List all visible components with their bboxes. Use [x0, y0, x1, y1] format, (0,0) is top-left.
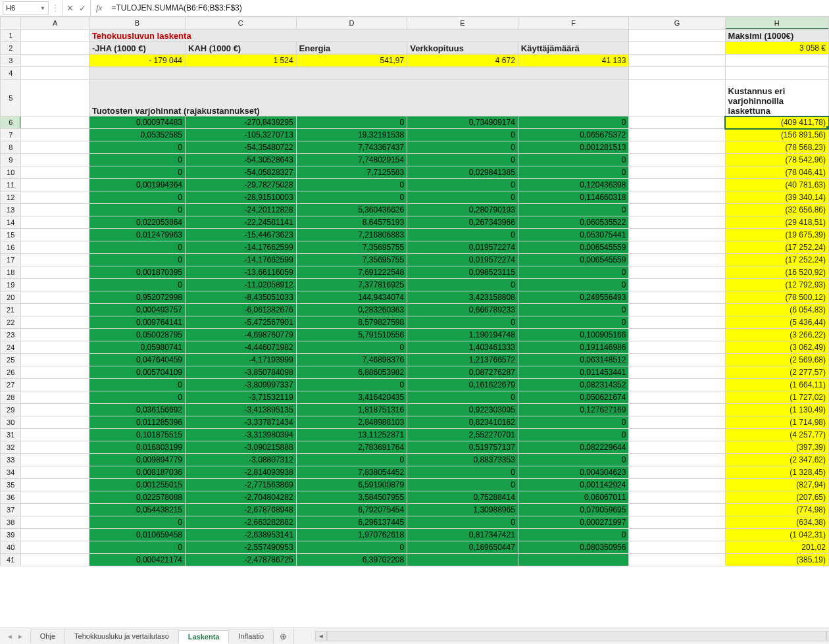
cell[interactable]: 0 [89, 379, 185, 391]
cell[interactable] [21, 529, 89, 541]
cell[interactable]: 0 [89, 141, 185, 154]
cell[interactable]: 7,35695755 [296, 241, 407, 254]
cell[interactable]: 7,691222548 [296, 266, 407, 279]
cell[interactable]: 7,377816925 [296, 279, 407, 291]
cell[interactable]: (156 891,56) [725, 129, 828, 141]
cell[interactable] [21, 67, 89, 80]
cell[interactable]: (17 252,24) [725, 241, 828, 254]
cell[interactable] [21, 454, 89, 466]
cell[interactable]: -11,02058912 [186, 279, 297, 291]
cell[interactable]: -2,678768948 [186, 504, 297, 516]
cell[interactable]: 0,053075441 [518, 229, 629, 241]
cell[interactable]: (409 411,78) [725, 116, 828, 129]
cell[interactable] [21, 204, 89, 216]
cell[interactable]: 0 [407, 466, 518, 479]
cell[interactable]: -8,435051033 [186, 291, 297, 304]
cell[interactable]: 0 [296, 341, 407, 354]
cell[interactable]: 0,009894779 [89, 454, 185, 466]
cell[interactable] [629, 141, 725, 154]
cell[interactable]: -14,17662599 [186, 241, 297, 254]
cell[interactable]: 0 [296, 179, 407, 191]
cell[interactable]: 0,734909174 [407, 116, 518, 129]
cell[interactable] [629, 354, 725, 366]
col-header-B[interactable]: B [89, 17, 185, 30]
cell[interactable]: 0,666789233 [407, 304, 518, 316]
cell[interactable]: 0,114660318 [518, 191, 629, 204]
cell[interactable]: -2,704804282 [186, 491, 297, 504]
cell[interactable]: -3,337871434 [186, 416, 297, 429]
cell[interactable]: -270,8439295 [186, 116, 297, 129]
cell[interactable]: 6,886053982 [296, 366, 407, 379]
cell[interactable]: 19,32191538 [296, 129, 407, 141]
row-header[interactable]: 16 [1, 241, 21, 254]
cell[interactable] [629, 504, 725, 516]
cell[interactable]: 0,75288414 [407, 491, 518, 504]
cell[interactable]: 0,047640459 [89, 354, 185, 366]
add-sheet-button[interactable]: ⊕ [273, 630, 293, 643]
cell[interactable]: 3,416420435 [296, 391, 407, 404]
cell[interactable]: 0,001142924 [518, 479, 629, 491]
cell[interactable]: 41 133 [518, 55, 629, 67]
cell[interactable]: 8,579827598 [296, 316, 407, 329]
cell[interactable]: -29,78275028 [186, 179, 297, 191]
cell[interactable]: -28,91510003 [186, 191, 297, 204]
cell[interactable]: 0 [407, 191, 518, 204]
cell[interactable]: 0,022053864 [89, 216, 185, 229]
cell[interactable] [629, 42, 725, 55]
cell[interactable] [21, 241, 89, 254]
cell[interactable]: 0,006545559 [518, 254, 629, 266]
select-all-cell[interactable] [1, 17, 21, 30]
cell[interactable] [21, 179, 89, 191]
cell[interactable]: (39 340,14) [725, 191, 828, 204]
cell[interactable] [21, 416, 89, 429]
cell[interactable]: -4,17193999 [186, 354, 297, 366]
cell[interactable]: 0 [89, 279, 185, 291]
name-box[interactable]: H6 ▼ [3, 1, 49, 14]
cell[interactable]: 1,818751316 [296, 404, 407, 416]
cell[interactable]: 0 [89, 166, 185, 179]
cell[interactable] [629, 416, 725, 429]
cell[interactable] [629, 529, 725, 541]
cell[interactable]: 0,000493757 [89, 304, 185, 316]
cell[interactable]: 0 [89, 191, 185, 204]
cell[interactable] [21, 291, 89, 304]
cell[interactable]: 0 [518, 416, 629, 429]
cell[interactable] [21, 266, 89, 279]
cell[interactable]: -15,44673623 [186, 229, 297, 241]
cell[interactable]: (40 781,63) [725, 179, 828, 191]
cell[interactable]: -24,20112828 [186, 204, 297, 216]
cell[interactable]: 7,838054452 [296, 466, 407, 479]
cell[interactable] [629, 316, 725, 329]
cell[interactable] [21, 316, 89, 329]
cell[interactable] [629, 366, 725, 379]
cell[interactable] [21, 554, 89, 566]
cell[interactable]: 0,036156692 [89, 404, 185, 416]
cell[interactable] [629, 329, 725, 341]
cell[interactable]: 0 [407, 129, 518, 141]
cell[interactable]: 1,190194748 [407, 329, 518, 341]
cell[interactable]: 0,280790193 [407, 204, 518, 216]
cell[interactable]: 0,000974483 [89, 116, 185, 129]
scroll-right-icon[interactable]: ► [826, 631, 829, 641]
cancel-icon[interactable]: ✕ [66, 3, 74, 13]
cell[interactable]: (1 328,45) [725, 466, 828, 479]
cell[interactable] [629, 204, 725, 216]
cell[interactable] [21, 304, 89, 316]
accept-icon[interactable]: ✓ [79, 3, 86, 13]
cell[interactable]: 0 [518, 529, 629, 541]
cell[interactable]: 0,519757137 [407, 441, 518, 454]
cell[interactable]: 144,9434074 [296, 291, 407, 304]
cell[interactable] [629, 179, 725, 191]
cell[interactable] [21, 141, 89, 154]
cell[interactable]: (385,19) [725, 554, 828, 566]
cell[interactable] [629, 516, 725, 529]
cell[interactable] [21, 166, 89, 179]
cell[interactable]: 6,792075454 [296, 504, 407, 516]
cell[interactable]: 0,127627169 [518, 404, 629, 416]
row-header[interactable]: 12 [1, 191, 21, 204]
cell[interactable]: 0 [407, 479, 518, 491]
cell[interactable]: -3,413895135 [186, 404, 297, 416]
cell[interactable]: KAH (1000 €) [186, 42, 297, 55]
cell[interactable]: -2,478786725 [186, 554, 297, 566]
cell[interactable]: -105,3270713 [186, 129, 297, 141]
